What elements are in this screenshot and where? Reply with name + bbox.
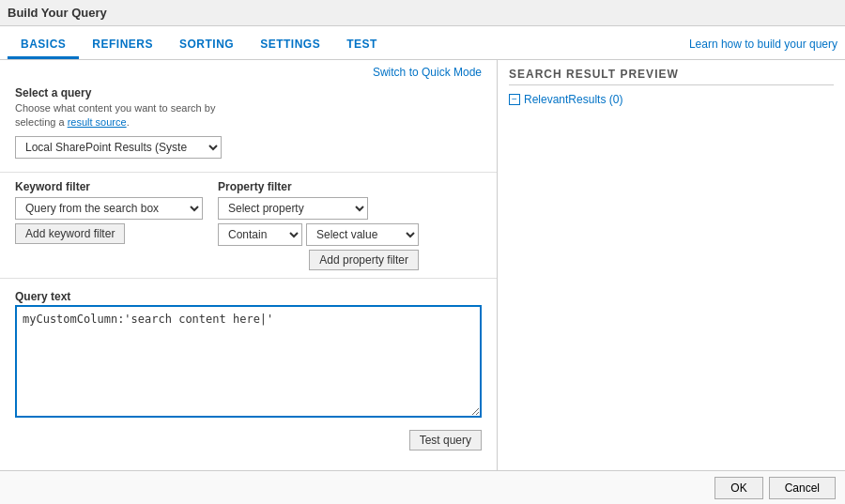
content-area: Switch to Quick Mode Select a query Choo… — [0, 60, 845, 470]
tab-refiners[interactable]: REFINERS — [79, 32, 166, 59]
property-filter-controls: Select property — [218, 197, 368, 220]
relevant-results-link[interactable]: RelevantResults (0) — [524, 93, 622, 106]
preview-title: SEARCH RESULT PREVIEW — [509, 68, 834, 85]
title-bar: Build Your Query — [0, 0, 845, 26]
nav-tabs-area: BASICS REFINERS SORTING SETTINGS TEST Le… — [0, 26, 845, 60]
value-select[interactable]: Select value — [306, 223, 419, 246]
test-query-button[interactable]: Test query — [409, 430, 482, 451]
add-keyword-area: Add keyword filter — [15, 223, 203, 270]
filters-row: Keyword filter Query from the search box… — [0, 176, 497, 223]
cancel-button[interactable]: Cancel — [769, 477, 836, 499]
select-query-section: Select a query Choose what content you w… — [0, 83, 497, 168]
learn-link[interactable]: Learn how to build your query — [689, 38, 837, 54]
property-filter-label: Property filter — [218, 180, 368, 193]
tab-test[interactable]: TEST — [333, 32, 391, 59]
result-source-link[interactable]: result source — [68, 116, 127, 128]
tab-basics[interactable]: BASICS — [8, 32, 79, 59]
query-select[interactable]: Local SharePoint Results (System) — [15, 136, 222, 159]
test-query-row: Test query — [0, 424, 497, 456]
nav-tabs: BASICS REFINERS SORTING SETTINGS TEST — [8, 32, 391, 59]
add-property-row: Add property filter — [218, 250, 419, 270]
ok-button[interactable]: OK — [714, 477, 762, 499]
keyword-filter-label: Keyword filter — [15, 180, 203, 193]
property-filter-select[interactable]: Select property — [218, 197, 368, 220]
tab-sorting[interactable]: SORTING — [166, 32, 247, 59]
select-query-label: Select a query — [15, 86, 482, 99]
keyword-filter-controls: Query from the search box — [15, 197, 203, 220]
property-value-area: Contains Select value Add property filte… — [218, 223, 419, 270]
add-filters-row: Add keyword filter Contains Select value… — [0, 223, 497, 274]
left-panel: Switch to Quick Mode Select a query Choo… — [0, 60, 498, 470]
right-panel: SEARCH RESULT PREVIEW − RelevantResults … — [498, 60, 845, 470]
divider-1 — [0, 172, 497, 173]
tab-settings[interactable]: SETTINGS — [247, 32, 333, 59]
property-filter-group: Property filter Select property — [218, 180, 368, 220]
query-text-label: Query text — [15, 290, 482, 303]
quick-mode-bar: Switch to Quick Mode — [0, 60, 497, 83]
bottom-bar: OK Cancel — [0, 470, 845, 504]
quick-mode-link[interactable]: Switch to Quick Mode — [373, 66, 482, 79]
page-title: Build Your Query — [8, 6, 107, 20]
keyword-filter-group: Keyword filter Query from the search box — [15, 180, 203, 220]
divider-2 — [0, 278, 497, 279]
query-text-section: Query text — [0, 283, 497, 424]
expand-icon[interactable]: − — [509, 94, 520, 105]
relevant-results: − RelevantResults (0) — [509, 93, 834, 106]
select-query-desc: Choose what content you want to search b… — [15, 101, 482, 130]
query-textarea[interactable] — [15, 305, 482, 418]
condition-select[interactable]: Contains — [218, 223, 302, 246]
property-condition-controls: Contains Select value — [218, 223, 419, 246]
add-property-button[interactable]: Add property filter — [309, 250, 419, 270]
add-keyword-button[interactable]: Add keyword filter — [15, 223, 125, 244]
keyword-filter-select[interactable]: Query from the search box — [15, 197, 203, 220]
main-container: BASICS REFINERS SORTING SETTINGS TEST Le… — [0, 26, 845, 504]
